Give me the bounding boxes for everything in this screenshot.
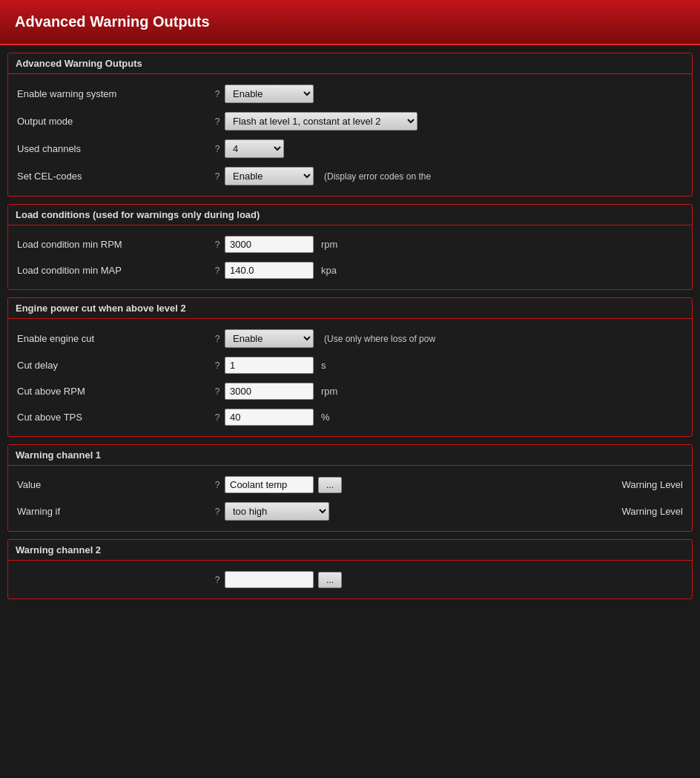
warning-level-label-1: Warning Level bbox=[607, 479, 683, 490]
btn-channel2-browse[interactable]: ... bbox=[318, 572, 342, 588]
warning-level-label-2: Warning Level bbox=[607, 506, 683, 517]
select-enable-system[interactable]: Enable Disable bbox=[225, 85, 314, 103]
section-body-warning-channel-2: ? ... bbox=[8, 561, 692, 599]
section-header-warning-channel-1: Warning channel 1 bbox=[8, 445, 692, 466]
label-cut-tps: Cut above TPS bbox=[17, 412, 210, 423]
row-enable-system: Enable warning system ? Enable Disable bbox=[17, 80, 683, 108]
row-cut-tps: Cut above TPS ? % bbox=[17, 404, 683, 430]
main-content: Advanced Warning Outputs Enable warning … bbox=[0, 45, 700, 614]
select-used-channels[interactable]: 1234 5678 bbox=[225, 139, 284, 158]
control-channel1-warning-if: too high too low too high or too low War… bbox=[225, 502, 683, 521]
control-min-rpm: rpm bbox=[225, 236, 683, 253]
label-enable-system: Enable warning system bbox=[17, 88, 210, 99]
select-output-mode[interactable]: Flash at level 1, constant at level 2 Fl… bbox=[225, 112, 417, 131]
help-set-cel-codes[interactable]: ? bbox=[210, 171, 225, 182]
control-enable-cut: Enable Disable (Use only where loss of p… bbox=[225, 329, 683, 348]
select-enable-cut[interactable]: Enable Disable bbox=[225, 329, 314, 348]
section-warning-channel-1: Warning channel 1 Value ? ... Warning Le… bbox=[7, 444, 693, 532]
label-enable-cut: Enable engine cut bbox=[17, 333, 210, 344]
section-body-warning-channel-1: Value ? ... Warning Level Warning if ? t… bbox=[8, 466, 692, 531]
label-min-map: Load condition min MAP bbox=[17, 265, 210, 276]
label-channel1-warning-if: Warning if bbox=[17, 506, 210, 517]
unit-rpm: rpm bbox=[321, 239, 337, 250]
input-cut-rpm[interactable] bbox=[225, 383, 314, 400]
row-channel1-warning-if: Warning if ? too high too low too high o… bbox=[17, 498, 683, 525]
section-body-advanced-warning: Enable warning system ? Enable Disable O… bbox=[8, 74, 692, 196]
label-min-rpm: Load condition min RPM bbox=[17, 239, 210, 250]
input-cut-delay[interactable] bbox=[225, 357, 314, 374]
help-min-map[interactable]: ? bbox=[210, 266, 225, 276]
input-min-map[interactable] bbox=[225, 262, 314, 279]
select-set-cel-codes[interactable]: Enable Disable bbox=[225, 167, 314, 185]
help-min-rpm[interactable]: ? bbox=[210, 240, 225, 250]
btn-channel1-browse[interactable]: ... bbox=[318, 477, 342, 493]
unit-percent: % bbox=[321, 412, 330, 423]
help-cut-delay[interactable]: ? bbox=[210, 360, 225, 371]
section-engine-power: Engine power cut when above level 2 Enab… bbox=[7, 297, 693, 437]
cel-codes-note: (Display error codes on the bbox=[324, 171, 431, 182]
input-cut-tps[interactable] bbox=[225, 409, 314, 426]
label-set-cel-codes: Set CEL-codes bbox=[17, 171, 210, 182]
control-cut-rpm: rpm bbox=[225, 383, 683, 400]
label-channel1-value: Value bbox=[17, 479, 210, 490]
row-channel1-value: Value ? ... Warning Level bbox=[17, 472, 683, 498]
section-header-warning-channel-2: Warning channel 2 bbox=[8, 540, 692, 561]
help-used-channels[interactable]: ? bbox=[210, 144, 225, 154]
engine-cut-note: (Use only where loss of pow bbox=[324, 334, 435, 344]
section-header-load-conditions: Load conditions (used for warnings only … bbox=[8, 205, 692, 225]
row-used-channels: Used channels ? 1234 5678 bbox=[17, 135, 683, 162]
label-cut-delay: Cut delay bbox=[17, 360, 210, 371]
unit-s: s bbox=[321, 360, 326, 371]
input-channel1-value[interactable] bbox=[225, 476, 314, 493]
help-channel1-value[interactable]: ? bbox=[210, 480, 225, 490]
control-set-cel-codes: Enable Disable (Display error codes on t… bbox=[225, 167, 683, 185]
page-title: Advanced Warning Outputs bbox=[0, 0, 700, 45]
control-output-mode: Flash at level 1, constant at level 2 Fl… bbox=[225, 112, 683, 131]
input-channel2-value[interactable] bbox=[225, 571, 314, 588]
label-output-mode: Output mode bbox=[17, 116, 210, 127]
row-enable-cut: Enable engine cut ? Enable Disable (Use … bbox=[17, 325, 683, 352]
section-header-engine-power: Engine power cut when above level 2 bbox=[8, 298, 692, 319]
unit-kpa: kpa bbox=[321, 265, 337, 276]
section-warning-channel-2: Warning channel 2 ? ... bbox=[7, 539, 693, 599]
row-cut-rpm: Cut above RPM ? rpm bbox=[17, 378, 683, 404]
help-cut-rpm[interactable]: ? bbox=[210, 386, 225, 397]
label-cut-rpm: Cut above RPM bbox=[17, 386, 210, 397]
help-enable-cut[interactable]: ? bbox=[210, 334, 225, 344]
input-min-rpm[interactable] bbox=[225, 236, 314, 253]
section-advanced-warning: Advanced Warning Outputs Enable warning … bbox=[7, 53, 693, 197]
help-channel2-value[interactable]: ? bbox=[210, 575, 225, 585]
row-channel2-value: ? ... bbox=[17, 567, 683, 593]
control-channel1-value: ... Warning Level bbox=[225, 476, 683, 493]
help-cut-tps[interactable]: ? bbox=[210, 412, 225, 423]
section-body-engine-power: Enable engine cut ? Enable Disable (Use … bbox=[8, 319, 692, 436]
select-channel1-warning-if[interactable]: too high too low too high or too low bbox=[225, 502, 329, 521]
control-used-channels: 1234 5678 bbox=[225, 139, 683, 158]
label-used-channels: Used channels bbox=[17, 143, 210, 154]
row-output-mode: Output mode ? Flash at level 1, constant… bbox=[17, 108, 683, 135]
control-min-map: kpa bbox=[225, 262, 683, 279]
unit-cut-rpm: rpm bbox=[321, 386, 337, 397]
help-channel1-warning-if[interactable]: ? bbox=[210, 507, 225, 517]
section-body-load-conditions: Load condition min RPM ? rpm Load condit… bbox=[8, 225, 692, 289]
control-channel2-value: ... bbox=[225, 571, 683, 588]
section-header-advanced-warning: Advanced Warning Outputs bbox=[8, 53, 692, 74]
help-output-mode[interactable]: ? bbox=[210, 116, 225, 127]
row-min-rpm: Load condition min RPM ? rpm bbox=[17, 231, 683, 257]
row-cut-delay: Cut delay ? s bbox=[17, 352, 683, 378]
row-min-map: Load condition min MAP ? kpa bbox=[17, 257, 683, 283]
control-enable-system: Enable Disable bbox=[225, 85, 683, 103]
section-load-conditions: Load conditions (used for warnings only … bbox=[7, 204, 693, 290]
row-set-cel-codes: Set CEL-codes ? Enable Disable (Display … bbox=[17, 162, 683, 190]
help-enable-system[interactable]: ? bbox=[210, 89, 225, 99]
control-cut-delay: s bbox=[225, 357, 683, 374]
control-cut-tps: % bbox=[225, 409, 683, 426]
